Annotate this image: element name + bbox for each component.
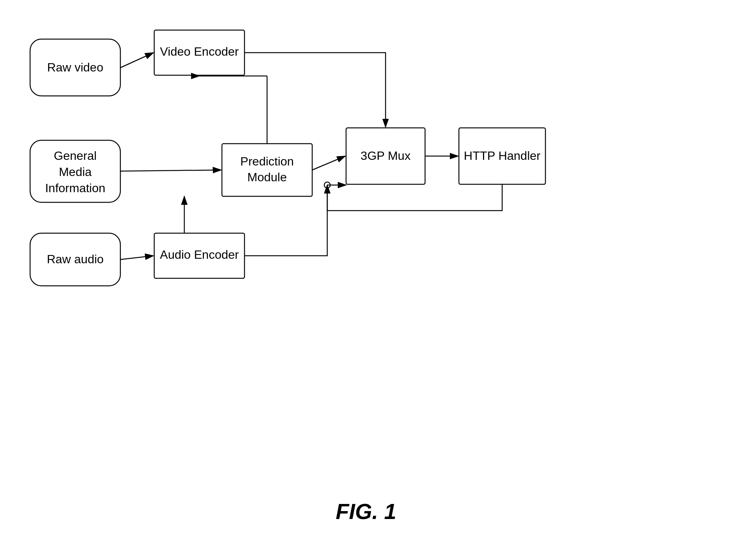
video-encoder-label: Video Encoder — [160, 45, 239, 58]
figure-label: FIG. 1 — [336, 499, 396, 524]
arrow-rawaudio-audioencoder — [120, 256, 153, 260]
prediction-module-node — [222, 144, 312, 196]
general-media-label-2: Media — [59, 165, 91, 179]
audio-encoder-label: Audio Encoder — [160, 248, 239, 261]
general-media-label-1: General — [54, 149, 97, 162]
raw-video-label: Raw video — [47, 61, 103, 74]
arrow-prediction-3gpmux — [312, 156, 345, 170]
3gp-mux-label: 3GP Mux — [361, 149, 411, 162]
arrow-generalmedia-prediction — [120, 170, 221, 171]
arrow-httphandler-feedback — [327, 184, 502, 211]
arrow-rawvideo-videoencoder — [120, 53, 153, 68]
raw-audio-label: Raw audio — [47, 252, 103, 266]
prediction-module-label-2: Module — [248, 170, 287, 184]
http-handler-label: HTTP Handler — [464, 149, 541, 162]
general-media-label-3: Information — [45, 181, 105, 195]
arrow-videoencoder-3gpmux — [245, 53, 386, 127]
diagram-container: Raw video General Media Information Raw … — [0, 0, 732, 560]
prediction-module-label-1: Prediction — [240, 155, 294, 168]
